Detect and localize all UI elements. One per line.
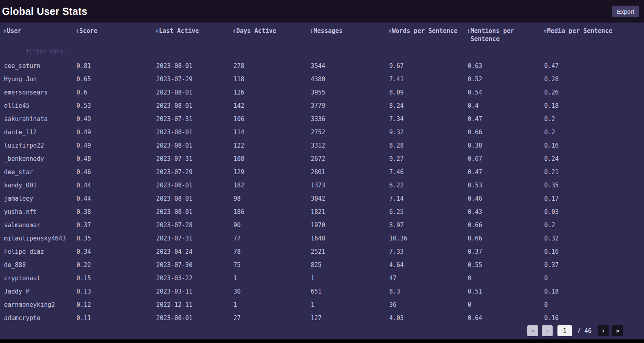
cell-mentions-per-sentence: 0.64 [468,312,544,325]
column-label: Last Active [159,27,199,35]
cell-days-active: 142 [233,99,311,113]
cell-score: 0.34 [76,245,156,259]
table-row: dante_1120.492023-08-0111427529.320.660.… [0,126,644,139]
column-header-score[interactable]: ▲▼Score [76,23,156,45]
sort-icon[interactable]: ▲▼ [233,29,235,33]
cell-words-per-sentence: 7.33 [389,245,468,259]
table-row: Felipe diaz0.342023-04-247825217.330.370… [0,245,644,259]
column-label: Media per Sentence [547,27,613,35]
cell-score: 0.13 [76,285,156,298]
cell-words-per-sentence: 4.64 [389,259,468,272]
first-page-button[interactable]: « [527,325,538,336]
column-header-messages[interactable]: ▲▼Messages [311,23,389,45]
cell-mentions-per-sentence: 0.66 [468,219,544,232]
cell-score: 0.22 [76,259,156,272]
cell-words-per-sentence: 9.67 [389,60,468,73]
table-row: cee_saturn0.812023-08-0127835449.670.630… [0,60,644,73]
cell-messages: 2521 [311,245,389,259]
column-label: Days Active [236,27,276,35]
cell-score: 0.11 [76,312,156,325]
cell-media-per-sentence: 0.16 [544,312,644,325]
cell-score: 0.49 [76,113,156,126]
filter-input[interactable] [0,47,72,56]
table-row: Hyung Jun0.652023-07-2911843807.410.520.… [0,73,644,86]
cell-user: milanlipensky4643 [0,232,76,245]
cell-last-active: 2023-08-01 [156,205,233,219]
page-number-input[interactable] [557,325,572,336]
cell-media-per-sentence: 0.21 [544,166,644,179]
cell-days-active: 122 [233,139,311,152]
column-header-user[interactable]: ▲▼User [0,23,76,45]
cell-score: 0.46 [76,166,156,179]
cell-mentions-per-sentence: 0.46 [468,192,544,205]
export-button[interactable]: Export [612,6,639,17]
top-bar: Global User Stats Export [0,0,644,23]
total-pages: 46 [584,327,592,335]
cell-media-per-sentence: 0.16 [544,245,644,259]
cell-messages: 3336 [311,113,389,126]
sort-down-arrow: ▼ [311,31,312,33]
column-label: Mentions per Sentence [471,27,542,43]
next-page-button[interactable]: › [598,325,609,336]
cell-media-per-sentence: 0.03 [544,205,644,219]
pagination: « ‹ / 46 › » [527,325,623,336]
cell-words-per-sentence: 8.3 [389,285,468,298]
cell-mentions-per-sentence: 0.51 [468,285,544,298]
prev-page-button[interactable]: ‹ [542,325,553,336]
table-row: kandy_0010.442023-08-0118213736.220.530.… [0,179,644,192]
cell-last-active: 2023-08-01 [156,312,233,325]
cell-days-active: 27 [233,312,311,325]
cell-user: salmanomar [0,219,76,232]
sort-icon[interactable]: ▲▼ [389,29,391,33]
cell-words-per-sentence: 8.28 [389,139,468,152]
sort-icon[interactable]: ▲▼ [4,29,6,33]
cell-last-active: 2023-08-01 [156,139,233,152]
cell-days-active: 98 [233,192,311,205]
column-header-media-per-sentence[interactable]: ▲▼Media per Sentence [544,23,644,45]
cell-days-active: 118 [233,73,311,86]
page-separator: / [577,327,581,335]
cell-days-active: 126 [233,86,311,99]
table-container: ▲▼User▲▼Score▲▼Last Active▲▼Days Active▲… [0,23,644,339]
sort-icon[interactable]: ▲▼ [76,29,78,33]
column-header-last-active[interactable]: ▲▼Last Active [156,23,233,45]
cell-mentions-per-sentence: 0.38 [468,139,544,152]
column-header-days-active[interactable]: ▲▼Days Active [233,23,311,45]
sort-icon[interactable]: ▲▼ [311,29,312,33]
column-label: User [7,27,21,35]
table-row: _benkennedy0.482023-07-3110826729.270.67… [0,152,644,166]
sort-icon[interactable]: ▲▼ [468,29,469,33]
cell-messages: 1648 [311,232,389,245]
cell-messages: 2752 [311,126,389,139]
page-title: Global User Stats [2,6,87,17]
table-row: Jaddy_P0.132023-03-11306518.30.510.18 [0,285,644,298]
sort-icon[interactable]: ▲▼ [156,29,158,33]
column-header-words-per-sentence[interactable]: ▲▼Words per Sentence [389,23,468,45]
cell-last-active: 2023-03-22 [156,272,233,285]
cell-mentions-per-sentence: 0.63 [468,60,544,73]
cell-media-per-sentence: 0 [544,272,644,285]
sort-icon[interactable]: ▲▼ [544,29,546,33]
cell-words-per-sentence: 8.24 [389,99,468,113]
cell-words-per-sentence: 6.22 [389,179,468,192]
cell-mentions-per-sentence: 0.47 [468,166,544,179]
cell-words-per-sentence: 8.97 [389,219,468,232]
cell-messages: 1821 [311,205,389,219]
cell-days-active: 77 [233,232,311,245]
table-row: adamcrypto0.112023-08-01271274.030.640.1… [0,312,644,325]
cell-words-per-sentence: 6.25 [389,205,468,219]
cell-words-per-sentence: 7.14 [389,192,468,205]
cell-days-active: 90 [233,219,311,232]
sort-down-arrow: ▼ [156,31,158,33]
column-header-mentions-per-sentence[interactable]: ▲▼Mentions per Sentence [468,23,544,45]
cell-media-per-sentence: 0.26 [544,86,644,99]
cell-days-active: 182 [233,179,311,192]
cell-days-active: 75 [233,259,311,272]
last-page-button[interactable]: » [612,325,623,336]
sort-down-arrow: ▼ [4,31,6,33]
cell-media-per-sentence: 0 [544,298,644,312]
column-label: Messages [314,27,343,35]
cell-last-active: 2023-03-11 [156,285,233,298]
cell-mentions-per-sentence: 0.67 [468,152,544,166]
table-row: sakurahinata0.492023-07-3110633367.340.4… [0,113,644,126]
